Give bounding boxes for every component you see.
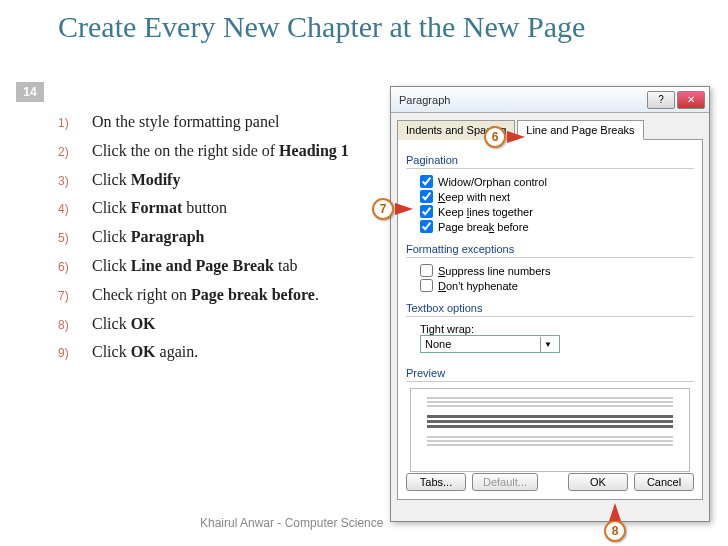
step-text: Click OK again.	[92, 342, 383, 363]
step-text: Click the on the right side of Heading 1	[92, 141, 383, 162]
checkbox-input[interactable]	[420, 220, 433, 233]
checkbox-input[interactable]	[420, 264, 433, 277]
dialog-tabs: Indents and Spacing Line and Page Breaks	[397, 119, 703, 140]
paragraph-dialog: Paragraph ? ✕ Indents and Spacing Line a…	[390, 86, 710, 522]
checkbox-input[interactable]	[420, 190, 433, 203]
step-item: 8)Click OK	[58, 314, 383, 335]
ok-button[interactable]: OK	[568, 473, 628, 491]
step-text: Click Paragraph	[92, 227, 383, 248]
slide-number-badge: 14	[16, 82, 44, 102]
step-text: Check right on Page break before.	[92, 285, 383, 306]
check-keep-lines-together[interactable]: Keep lines together	[420, 205, 694, 218]
dropdown-value: None	[425, 338, 451, 350]
step-number: 7)	[58, 285, 92, 303]
checkbox-label: Page break before	[438, 221, 529, 233]
step-number: 5)	[58, 227, 92, 245]
dialog-panel: Pagination Widow/Orphan control Keep wit…	[397, 140, 703, 500]
group-textbox-options: Textbox options	[406, 302, 694, 314]
step-number: 8)	[58, 314, 92, 332]
step-number: 3)	[58, 170, 92, 188]
group-pagination: Pagination	[406, 154, 694, 166]
arrow-icon	[507, 131, 525, 143]
step-item: 3)Click Modify	[58, 170, 383, 191]
steps-list: 1)On the style formatting panel2)Click t…	[58, 112, 383, 371]
check-keep-with-next[interactable]: Keep with next	[420, 190, 694, 203]
step-number: 1)	[58, 112, 92, 130]
step-text: On the style formatting panel	[92, 112, 383, 133]
group-preview: Preview	[406, 367, 694, 379]
chevron-down-icon: ▼	[540, 337, 555, 352]
dialog-title: Paragraph	[399, 94, 645, 106]
checkbox-label: Keep with next	[438, 191, 510, 203]
group-formatting-exceptions: Formatting exceptions	[406, 243, 694, 255]
step-item: 4)Click Format button	[58, 198, 383, 219]
check-page-break-before[interactable]: Page break before	[420, 220, 694, 233]
tab-label: Line and Page Breaks	[526, 124, 634, 136]
arrow-icon	[395, 203, 413, 215]
step-text: Click Line and Page Break tab	[92, 256, 383, 277]
close-button[interactable]: ✕	[677, 91, 705, 109]
dialog-button-row: Tabs... Default... OK Cancel	[406, 473, 694, 491]
default-button[interactable]: Default...	[472, 473, 538, 491]
step-item: 5)Click Paragraph	[58, 227, 383, 248]
tight-wrap-label: Tight wrap:	[420, 323, 694, 335]
step-item: 9)Click OK again.	[58, 342, 383, 363]
callout-7: 7	[372, 198, 394, 220]
checkbox-input[interactable]	[420, 175, 433, 188]
checkbox-label: Widow/Orphan control	[438, 176, 547, 188]
step-number: 9)	[58, 342, 92, 360]
cancel-button[interactable]: Cancel	[634, 473, 694, 491]
step-text: Click Format button	[92, 198, 383, 219]
preview-box	[410, 388, 690, 472]
dialog-titlebar: Paragraph ? ✕	[391, 87, 709, 113]
arrow-icon	[609, 503, 621, 521]
tab-line-page-breaks[interactable]: Line and Page Breaks	[517, 120, 643, 140]
callout-6: 6	[484, 126, 506, 148]
checkbox-label: Keep lines together	[438, 206, 533, 218]
checkbox-label: Suppress line numbers	[438, 265, 551, 277]
step-number: 6)	[58, 256, 92, 274]
help-button[interactable]: ?	[647, 91, 675, 109]
step-number: 4)	[58, 198, 92, 216]
step-item: 1)On the style formatting panel	[58, 112, 383, 133]
checkbox-input[interactable]	[420, 205, 433, 218]
step-item: 6)Click Line and Page Break tab	[58, 256, 383, 277]
step-item: 7)Check right on Page break before.	[58, 285, 383, 306]
tight-wrap-dropdown[interactable]: None ▼	[420, 335, 560, 353]
checkbox-label: Don't hyphenate	[438, 280, 518, 292]
check-widow-orphan[interactable]: Widow/Orphan control	[420, 175, 694, 188]
step-number: 2)	[58, 141, 92, 159]
checkbox-input[interactable]	[420, 279, 433, 292]
step-text: Click Modify	[92, 170, 383, 191]
callout-8: 8	[604, 520, 626, 542]
slide-title: Create Every New Chapter at the New Page	[58, 10, 698, 45]
tabs-button[interactable]: Tabs...	[406, 473, 466, 491]
footer-text: Khairul Anwar - Computer Science	[200, 516, 383, 530]
step-text: Click OK	[92, 314, 383, 335]
step-item: 2)Click the on the right side of Heading…	[58, 141, 383, 162]
check-dont-hyphenate[interactable]: Don't hyphenate	[420, 279, 694, 292]
check-suppress-line-numbers[interactable]: Suppress line numbers	[420, 264, 694, 277]
